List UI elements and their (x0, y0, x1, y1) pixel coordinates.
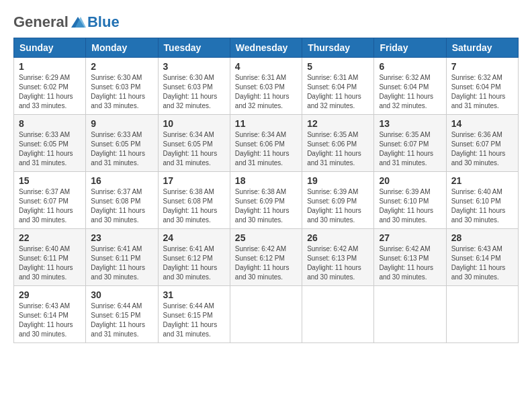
day-info: Sunrise: 6:41 AMSunset: 6:12 PMDaylight:… (163, 245, 218, 281)
calendar-day-cell: 6 Sunrise: 6:32 AMSunset: 6:04 PMDayligh… (374, 58, 446, 115)
day-number: 21 (451, 175, 513, 186)
day-number: 12 (307, 118, 369, 129)
calendar-day-cell: 5 Sunrise: 6:31 AMSunset: 6:04 PMDayligh… (302, 58, 374, 115)
calendar-week-row: 1 Sunrise: 6:29 AMSunset: 6:02 PMDayligh… (14, 58, 519, 115)
day-number: 20 (379, 175, 441, 186)
calendar-header-row: SundayMondayTuesdayWednesdayThursdayFrid… (14, 38, 519, 58)
day-info: Sunrise: 6:39 AMSunset: 6:10 PMDaylight:… (379, 188, 433, 224)
day-number: 2 (91, 61, 152, 72)
day-info: Sunrise: 6:44 AMSunset: 6:15 PMDaylight:… (163, 302, 218, 338)
calendar-day-cell: 30 Sunrise: 6:44 AMSunset: 6:15 PMDaylig… (86, 286, 158, 343)
day-info: Sunrise: 6:31 AMSunset: 6:03 PMDaylight:… (235, 74, 290, 109)
calendar-day-cell: 12 Sunrise: 6:35 AMSunset: 6:06 PMDaylig… (302, 115, 374, 172)
calendar-day-cell (374, 286, 446, 343)
day-info: Sunrise: 6:38 AMSunset: 6:09 PMDaylight:… (235, 188, 290, 224)
calendar-day-cell: 11 Sunrise: 6:34 AMSunset: 6:06 PMDaylig… (230, 115, 302, 172)
calendar-day-cell (230, 286, 302, 343)
day-number: 28 (451, 232, 513, 243)
weekday-header: Wednesday (230, 38, 302, 58)
day-number: 29 (19, 289, 81, 300)
calendar-day-cell: 4 Sunrise: 6:31 AMSunset: 6:03 PMDayligh… (230, 58, 302, 115)
calendar-day-cell (302, 286, 374, 343)
calendar-day-cell: 29 Sunrise: 6:43 AMSunset: 6:14 PMDaylig… (14, 286, 86, 343)
weekday-header: Thursday (302, 38, 374, 58)
day-number: 3 (163, 61, 225, 72)
day-info: Sunrise: 6:38 AMSunset: 6:08 PMDaylight:… (163, 188, 218, 224)
day-info: Sunrise: 6:42 AMSunset: 6:12 PMDaylight:… (235, 245, 290, 281)
day-info: Sunrise: 6:35 AMSunset: 6:06 PMDaylight:… (307, 131, 361, 167)
calendar-day-cell: 2 Sunrise: 6:30 AMSunset: 6:03 PMDayligh… (86, 58, 158, 115)
calendar-day-cell: 19 Sunrise: 6:39 AMSunset: 6:09 PMDaylig… (302, 172, 374, 229)
day-number: 7 (451, 61, 513, 72)
calendar-day-cell: 1 Sunrise: 6:29 AMSunset: 6:02 PMDayligh… (14, 58, 86, 115)
day-info: Sunrise: 6:36 AMSunset: 6:07 PMDaylight:… (451, 131, 506, 167)
calendar-week-row: 15 Sunrise: 6:37 AMSunset: 6:07 PMDaylig… (14, 172, 519, 229)
day-number: 23 (91, 232, 152, 243)
day-info: Sunrise: 6:41 AMSunset: 6:11 PMDaylight:… (91, 245, 145, 281)
day-number: 16 (91, 175, 152, 186)
calendar-day-cell: 27 Sunrise: 6:42 AMSunset: 6:13 PMDaylig… (374, 229, 446, 286)
logo-icon (70, 15, 86, 29)
day-info: Sunrise: 6:40 AMSunset: 6:10 PMDaylight:… (451, 188, 506, 224)
day-info: Sunrise: 6:43 AMSunset: 6:14 PMDaylight:… (19, 302, 73, 338)
calendar-day-cell (446, 286, 518, 343)
day-info: Sunrise: 6:42 AMSunset: 6:13 PMDaylight:… (307, 245, 361, 281)
day-number: 11 (235, 118, 297, 129)
day-info: Sunrise: 6:43 AMSunset: 6:14 PMDaylight:… (451, 245, 506, 281)
weekday-header: Saturday (446, 38, 518, 58)
calendar-day-cell: 10 Sunrise: 6:34 AMSunset: 6:05 PMDaylig… (158, 115, 230, 172)
day-number: 4 (235, 61, 297, 72)
logo-general: General (13, 13, 69, 31)
day-number: 30 (91, 289, 152, 300)
weekday-header: Tuesday (158, 38, 230, 58)
calendar-day-cell: 31 Sunrise: 6:44 AMSunset: 6:15 PMDaylig… (158, 286, 230, 343)
calendar-day-cell: 21 Sunrise: 6:40 AMSunset: 6:10 PMDaylig… (446, 172, 518, 229)
day-number: 19 (307, 175, 369, 186)
day-info: Sunrise: 6:33 AMSunset: 6:05 PMDaylight:… (19, 131, 73, 167)
calendar-week-row: 8 Sunrise: 6:33 AMSunset: 6:05 PMDayligh… (14, 115, 519, 172)
logo: General Blue (13, 13, 120, 31)
logo-blue: Blue (87, 13, 120, 31)
day-number: 14 (451, 118, 513, 129)
day-info: Sunrise: 6:31 AMSunset: 6:04 PMDaylight:… (307, 74, 361, 109)
day-info: Sunrise: 6:32 AMSunset: 6:04 PMDaylight:… (451, 74, 506, 109)
calendar-day-cell: 9 Sunrise: 6:33 AMSunset: 6:05 PMDayligh… (86, 115, 158, 172)
calendar-day-cell: 3 Sunrise: 6:30 AMSunset: 6:03 PMDayligh… (158, 58, 230, 115)
calendar-week-row: 29 Sunrise: 6:43 AMSunset: 6:14 PMDaylig… (14, 286, 519, 343)
day-info: Sunrise: 6:29 AMSunset: 6:02 PMDaylight:… (19, 74, 73, 109)
calendar-day-cell: 22 Sunrise: 6:40 AMSunset: 6:11 PMDaylig… (14, 229, 86, 286)
day-number: 17 (163, 175, 225, 186)
page-header: General Blue (13, 13, 519, 31)
day-number: 13 (379, 118, 441, 129)
calendar-day-cell: 16 Sunrise: 6:37 AMSunset: 6:08 PMDaylig… (86, 172, 158, 229)
day-number: 10 (163, 118, 225, 129)
weekday-header: Sunday (14, 38, 86, 58)
calendar-day-cell: 13 Sunrise: 6:35 AMSunset: 6:07 PMDaylig… (374, 115, 446, 172)
day-number: 6 (379, 61, 441, 72)
day-info: Sunrise: 6:34 AMSunset: 6:05 PMDaylight:… (163, 131, 218, 167)
day-number: 26 (307, 232, 369, 243)
day-info: Sunrise: 6:32 AMSunset: 6:04 PMDaylight:… (379, 74, 433, 109)
calendar-day-cell: 14 Sunrise: 6:36 AMSunset: 6:07 PMDaylig… (446, 115, 518, 172)
calendar-day-cell: 7 Sunrise: 6:32 AMSunset: 6:04 PMDayligh… (446, 58, 518, 115)
day-info: Sunrise: 6:30 AMSunset: 6:03 PMDaylight:… (91, 74, 145, 109)
calendar-day-cell: 8 Sunrise: 6:33 AMSunset: 6:05 PMDayligh… (14, 115, 86, 172)
calendar-day-cell: 28 Sunrise: 6:43 AMSunset: 6:14 PMDaylig… (446, 229, 518, 286)
calendar-day-cell: 26 Sunrise: 6:42 AMSunset: 6:13 PMDaylig… (302, 229, 374, 286)
calendar-day-cell: 25 Sunrise: 6:42 AMSunset: 6:12 PMDaylig… (230, 229, 302, 286)
day-number: 15 (19, 175, 81, 186)
day-number: 25 (235, 232, 297, 243)
day-number: 31 (163, 289, 225, 300)
calendar-day-cell: 24 Sunrise: 6:41 AMSunset: 6:12 PMDaylig… (158, 229, 230, 286)
day-number: 5 (307, 61, 369, 72)
day-info: Sunrise: 6:42 AMSunset: 6:13 PMDaylight:… (379, 245, 433, 281)
day-info: Sunrise: 6:35 AMSunset: 6:07 PMDaylight:… (379, 131, 433, 167)
day-info: Sunrise: 6:40 AMSunset: 6:11 PMDaylight:… (19, 245, 73, 281)
calendar-day-cell: 20 Sunrise: 6:39 AMSunset: 6:10 PMDaylig… (374, 172, 446, 229)
day-info: Sunrise: 6:33 AMSunset: 6:05 PMDaylight:… (91, 131, 145, 167)
day-info: Sunrise: 6:37 AMSunset: 6:08 PMDaylight:… (91, 188, 145, 224)
calendar-day-cell: 18 Sunrise: 6:38 AMSunset: 6:09 PMDaylig… (230, 172, 302, 229)
day-number: 9 (91, 118, 152, 129)
calendar-day-cell: 15 Sunrise: 6:37 AMSunset: 6:07 PMDaylig… (14, 172, 86, 229)
calendar-day-cell: 23 Sunrise: 6:41 AMSunset: 6:11 PMDaylig… (86, 229, 158, 286)
